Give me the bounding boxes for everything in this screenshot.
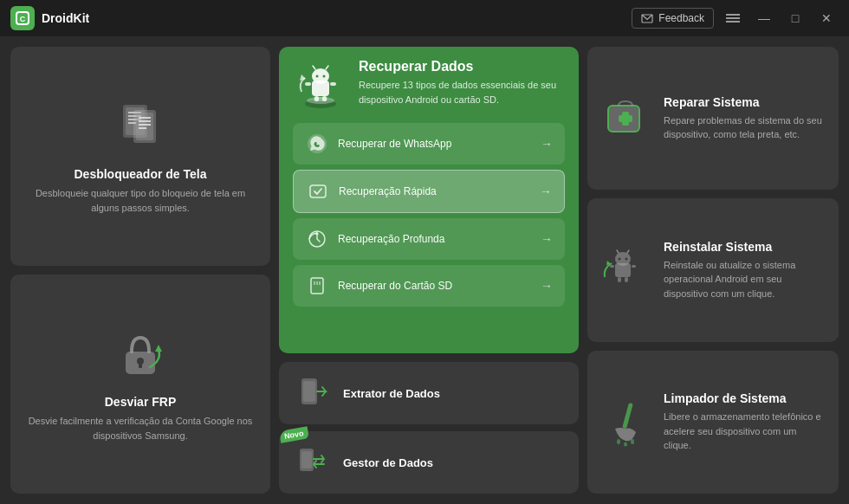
middle-column: Recuperar Dados Recupere 13 tipos de dad… [279, 47, 579, 494]
svg-rect-37 [310, 185, 326, 197]
title-bar: C DroidKit Feedback — □ ✕ [0, 0, 849, 36]
svg-rect-32 [330, 82, 336, 86]
svg-point-65 [624, 443, 627, 447]
screen-unlock-title: Desbloqueador de Tela [75, 167, 207, 181]
svg-rect-60 [618, 277, 621, 282]
system-cleaner-icon [599, 396, 651, 448]
frp-bypass-card[interactable]: Desviar FRP Desvie facilmente a verifica… [10, 275, 270, 494]
recover-data-title: Recuperar Dados [359, 59, 565, 74]
whatsapp-icon [305, 132, 329, 156]
svg-rect-33 [314, 96, 319, 101]
svg-text:C: C [20, 15, 26, 23]
svg-rect-59 [632, 265, 636, 268]
reinstall-system-icon [599, 244, 651, 296]
gestor-title: Gestor de Dados [343, 456, 433, 469]
svg-point-53 [615, 252, 631, 266]
svg-rect-31 [305, 82, 311, 86]
svg-rect-40 [311, 278, 323, 294]
logo-icon: C [10, 6, 35, 30]
svg-point-30 [323, 75, 326, 78]
sd-arrow-icon: → [541, 279, 553, 293]
quick-recover-label: Recuperação Rápida [339, 185, 540, 197]
svg-rect-51 [619, 115, 632, 122]
extractor-icon [293, 374, 331, 412]
reinstall-system-title: Reinstalar Sistema [664, 240, 826, 254]
repair-system-card[interactable]: Reparar Sistema Repare problemas de sist… [587, 47, 839, 190]
recover-data-header: Recuperar Dados Recupere 13 tipos de dad… [293, 59, 565, 114]
screen-unlock-card[interactable]: Desbloqueador de Tela Desbloqueie qualqu… [10, 47, 270, 266]
system-cleaner-desc: Libere o armazenamento telefônico e acel… [664, 410, 826, 453]
mail-icon [641, 14, 653, 23]
svg-point-26 [312, 68, 329, 84]
svg-line-54 [617, 250, 619, 253]
gestor-icon [293, 443, 331, 481]
menu-button[interactable] [721, 9, 745, 28]
repair-system-title: Reparar Sistema [664, 95, 826, 109]
frp-bypass-title: Desviar FRP [105, 395, 176, 409]
recover-data-text: Recuperar Dados Recupere 13 tipos de dad… [359, 59, 565, 107]
svg-line-55 [627, 250, 629, 253]
svg-point-64 [617, 439, 620, 444]
quick-recover-icon [306, 179, 330, 204]
repair-system-desc: Repare problemas de sistema do seu dispo… [664, 113, 826, 142]
svg-point-29 [316, 75, 319, 78]
close-button[interactable]: ✕ [814, 9, 839, 28]
svg-rect-63 [622, 403, 633, 429]
svg-point-57 [625, 257, 628, 260]
system-cleaner-text: Limpador de Sistema Libere o armazenamen… [664, 391, 826, 453]
system-cleaner-card[interactable]: Limpador de Sistema Libere o armazenamen… [587, 351, 839, 494]
svg-rect-20 [139, 363, 142, 368]
svg-rect-13 [136, 113, 153, 140]
whatsapp-recover-label: Recuperar de WhatsApp [338, 138, 541, 150]
screen-unlock-desc: Desbloqueie qualquer tipo do bloqueio de… [24, 186, 256, 215]
reinstall-system-text: Reinstalar Sistema Reinstale ou atualize… [664, 240, 826, 301]
recover-data-card[interactable]: Recuperar Dados Recupere 13 tipos de dad… [279, 47, 579, 353]
quick-recover-option[interactable]: Recuperação Rápida → [293, 170, 565, 213]
svg-rect-58 [610, 265, 614, 268]
system-cleaner-title: Limpador de Sistema [664, 391, 826, 405]
deep-recover-option[interactable]: Recuperação Profunda → [293, 218, 565, 260]
svg-point-66 [631, 439, 634, 444]
extractor-card[interactable]: Extrator de Dados [279, 362, 579, 424]
minimize-button[interactable]: — [752, 9, 776, 28]
app-title: DroidKit [42, 11, 89, 25]
repair-system-icon [599, 93, 651, 145]
hamburger-icon [726, 13, 740, 23]
svg-rect-47 [301, 451, 312, 468]
gestor-card[interactable]: Novo Gestor de Dados [279, 431, 579, 494]
deep-recover-icon [305, 227, 329, 251]
reinstall-system-card[interactable]: Reinstalar Sistema Reinstale ou atualize… [587, 198, 839, 341]
bottom-mid-row: Extrator de Dados Novo Gestor de Dados [279, 362, 579, 494]
main-content: Desbloqueador de Tela Desbloqueie qualqu… [0, 36, 849, 504]
deep-arrow-icon: → [541, 232, 553, 246]
svg-marker-35 [300, 74, 306, 81]
frp-bypass-desc: Desvie facilmente a verificação da Conta… [24, 414, 256, 443]
sd-recover-option[interactable]: Recuperar do Cartão SD → [293, 265, 565, 307]
left-column: Desbloqueador de Tela Desbloqueie qualqu… [10, 47, 270, 494]
svg-rect-45 [303, 381, 315, 402]
title-bar-actions: Feedback — □ ✕ [632, 8, 839, 29]
sd-recover-icon [305, 274, 329, 298]
recover-data-desc: Recupere 13 tipos de dados essenciais de… [359, 78, 565, 107]
right-column: Reparar Sistema Repare problemas de sist… [587, 47, 839, 494]
svg-line-28 [326, 66, 328, 69]
svg-rect-34 [322, 96, 327, 101]
sd-recover-label: Recuperar do Cartão SD [338, 280, 541, 292]
svg-marker-21 [155, 345, 162, 352]
svg-point-56 [619, 257, 621, 260]
screen-unlock-icon [110, 98, 171, 158]
whatsapp-arrow-icon: → [541, 137, 553, 151]
recover-data-icon [293, 59, 348, 114]
new-badge: Novo [279, 426, 308, 443]
feedback-button[interactable]: Feedback [632, 8, 714, 29]
deep-recover-label: Recuperação Profunda [338, 233, 541, 245]
extractor-title: Extrator de Dados [343, 387, 440, 400]
maximize-button[interactable]: □ [783, 9, 807, 28]
whatsapp-recover-option[interactable]: Recuperar de WhatsApp → [293, 123, 565, 165]
app-logo: C DroidKit [10, 6, 89, 30]
svg-line-27 [313, 66, 315, 69]
reinstall-system-desc: Reinstale ou atualize o sistema operacio… [664, 258, 826, 301]
svg-rect-61 [625, 277, 628, 282]
repair-system-text: Reparar Sistema Repare problemas de sist… [664, 95, 826, 142]
frp-bypass-icon [110, 326, 171, 386]
